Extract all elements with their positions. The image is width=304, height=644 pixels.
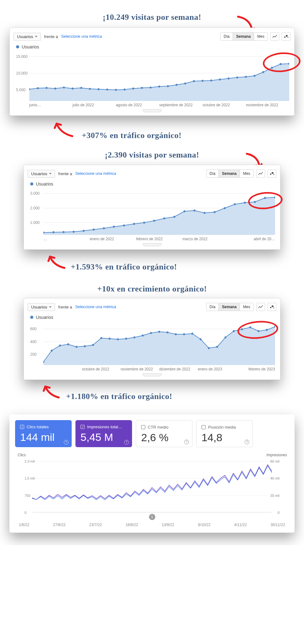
help-icon[interactable]: ? [184,440,189,444]
svg-point-77 [51,350,53,352]
period-segmented[interactable]: Día Semana Mes [206,303,254,311]
period-segmented[interactable]: Día Semana Mes [206,169,254,178]
period-week[interactable]: Semana [219,170,240,177]
y-tick: 600 [30,327,36,331]
select-metric-link[interactable]: Seleccione una métrica [75,305,116,309]
gsc-x-axis: 1/6/22 27/6/22 23/7/22 18/8/22 13/9/22 9… [17,520,287,527]
legend-label: Usuarios [22,44,39,49]
y-tick: 15.000 [16,54,28,59]
annotation-top-1: ¡10.249 visitas por semana! [9,13,295,22]
x-tick: enero de 2023 [198,367,236,371]
timeline-marker-icon[interactable]: 1 [149,514,155,520]
svg-point-94 [191,333,193,335]
ga-plot-2: 3.000 2.000 1.000 [28,188,276,235]
metric-dropdown[interactable]: Usuarios [28,303,55,311]
x-axis: octubre de 2022 noviembre de 2022 diciem… [28,365,276,371]
svg-point-97 [216,346,218,348]
svg-point-21 [150,86,152,88]
chevron-down-icon [35,36,37,37]
tile-label: Clics totales [27,425,49,429]
svg-point-80 [75,346,77,348]
x-axis: … enero de 2022 febrero de 2022 marzo de… [28,235,276,241]
svg-point-91 [167,331,169,333]
resize-handle-icon[interactable] [143,373,162,376]
period-day[interactable]: Día [221,33,233,40]
y-tick: 3.000 [30,191,40,196]
help-icon[interactable]: ? [245,440,249,444]
metric-dropdown-label: Usuarios [31,305,47,309]
svg-point-88 [142,335,144,336]
motion-chart-icon[interactable] [268,303,276,311]
svg-point-49 [83,230,85,232]
legend-dot-icon [16,45,19,48]
svg-point-59 [184,210,185,212]
tile-value: 2,6 % [141,431,187,444]
checkbox-icon [141,425,145,429]
svg-point-1 [286,35,288,37]
period-day[interactable]: Día [207,303,219,311]
gsc-left-axis-title: Clics [18,453,287,457]
line-chart-icon[interactable] [270,32,279,41]
vs-text: frente a [44,34,58,39]
help-icon[interactable]: ? [64,440,69,445]
ga-plot-1: 15.000 10.000 5.000 [14,51,290,101]
annotation-bottom-1: +307% en tráfico orgánico! [82,131,295,140]
svg-point-14 [89,88,91,90]
svg-point-22 [158,86,160,87]
motion-chart-icon[interactable] [282,32,290,41]
svg-point-99 [233,330,235,332]
svg-point-90 [158,331,160,333]
y-tick: 2.000 [30,206,40,210]
svg-point-23 [167,85,169,87]
svg-point-9 [46,87,47,89]
gsc-right-axis-title: Impresiones [267,453,287,457]
svg-point-85 [117,338,119,340]
svg-point-38 [270,174,271,175]
svg-point-60 [194,209,196,211]
line-chart-icon[interactable] [256,169,265,178]
tile-clicks[interactable]: Clics totales 144 mil ? [15,420,72,447]
line-chart-icon[interactable] [256,303,265,311]
svg-point-98 [224,336,226,338]
period-month[interactable]: Mes [240,303,253,311]
y-tick: 200 [30,352,36,357]
tile-impressions[interactable]: Impresiones total… 5,45 M ? [75,420,132,447]
x-tick: febrero de 2022 [136,237,182,241]
svg-point-51 [103,227,105,229]
ga-toolbar: Usuarios frente a Seleccione una métrica… [28,169,276,178]
tile-value: 14,8 [202,431,247,444]
y-tick: 5.000 [16,88,25,92]
svg-point-82 [92,344,94,346]
motion-chart-icon[interactable] [268,169,276,178]
svg-point-10 [54,87,56,89]
ga-plot-3: 600 400 200 [28,321,276,365]
svg-point-30 [228,77,229,79]
period-segmented[interactable]: Día Semana Mes [220,32,268,41]
metric-dropdown[interactable]: Usuarios [28,170,55,178]
tile-position[interactable]: Posición media 14,8 ? [196,420,253,447]
svg-point-95 [200,338,202,340]
yl-tick: 750 [25,494,30,497]
resize-handle-icon[interactable] [143,109,162,112]
tile-value: 5,45 M [80,431,127,443]
tile-ctr[interactable]: CTR medio 2,6 % ? [136,420,192,447]
period-month[interactable]: Mes [254,33,268,40]
x-tick: diciembre de 2022 [159,367,198,371]
period-day[interactable]: Día [207,170,219,177]
select-metric-link[interactable]: Seleccione una métrica [75,171,116,176]
resize-handle-icon[interactable] [143,243,162,246]
svg-point-64 [234,203,236,205]
help-icon[interactable]: ? [124,440,129,445]
period-week[interactable]: Semana [219,303,240,311]
checkbox-checked-icon [20,425,24,429]
period-month[interactable]: Mes [240,170,253,177]
x-tick: 18/8/22 [125,523,138,527]
x-tick: febrero de 2023 [236,367,275,371]
period-week[interactable]: Semana [233,33,254,40]
metric-dropdown[interactable]: Usuarios [14,33,41,41]
legend-dot-icon [30,182,33,186]
select-metric-link[interactable]: Seleccione una métrica [61,34,102,39]
svg-point-12 [72,87,74,89]
svg-point-83 [100,337,102,339]
svg-point-54 [133,223,135,225]
